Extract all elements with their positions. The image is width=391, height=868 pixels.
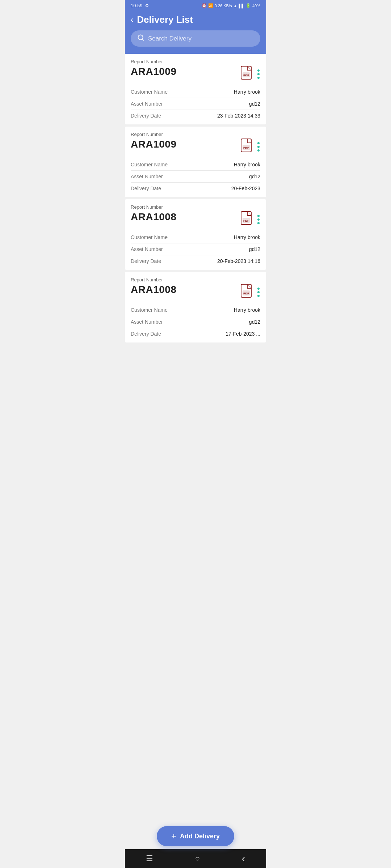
- search-input[interactable]: [148, 35, 254, 42]
- svg-line-1: [142, 39, 144, 41]
- customer-label: Customer Name: [131, 89, 168, 95]
- customer-row: Customer Name Harry brook: [131, 86, 260, 98]
- asset-row: Asset Number gd12: [131, 98, 260, 110]
- delivery-value: 20-Feb-2023 14:16: [217, 258, 260, 264]
- customer-label: Customer Name: [131, 307, 168, 313]
- delivery-row: Delivery Date 20-Feb-2023 14:16: [131, 255, 260, 267]
- delivery-label: Delivery Date: [131, 186, 161, 191]
- report-label: Report Number: [131, 204, 260, 210]
- asset-value: gd12: [249, 319, 260, 325]
- delivery-value: 17-Feb-2023 ...: [226, 331, 260, 337]
- asset-row: Asset Number gd12: [131, 243, 260, 255]
- customer-label: Customer Name: [131, 234, 168, 240]
- delivery-label: Delivery Date: [131, 113, 161, 119]
- back-button[interactable]: ‹: [131, 15, 133, 25]
- header: ‹ Delivery List: [125, 11, 266, 54]
- delivery-row: Delivery Date 20-Feb-2023: [131, 183, 260, 194]
- delivery-card: Report Number ARA1009 PDF: [125, 127, 266, 197]
- battery-icon: 🔋: [246, 3, 251, 8]
- report-number: ARA1008: [131, 284, 176, 295]
- customer-row: Customer Name Harry brook: [131, 231, 260, 243]
- svg-text:PDF: PDF: [243, 292, 249, 295]
- battery-percent: 40%: [252, 4, 260, 8]
- customer-value: Harry brook: [234, 234, 260, 240]
- asset-label: Asset Number: [131, 246, 163, 252]
- pdf-icon[interactable]: PDF: [241, 284, 254, 301]
- asset-row: Asset Number gd12: [131, 171, 260, 183]
- pdf-icon[interactable]: PDF: [241, 211, 254, 228]
- delivery-value: 23-Feb-2023 14:33: [217, 113, 260, 119]
- status-bar: 10:59 ⚙ ⏰ 📶 0.26 KB/s ▲ ▌▌ 🔋 40%: [125, 0, 266, 11]
- customer-value: Harry brook: [234, 89, 260, 95]
- svg-text:PDF: PDF: [243, 74, 249, 77]
- report-number: ARA1009: [131, 139, 176, 150]
- delivery-card: Report Number ARA1009 PDF: [125, 54, 266, 124]
- delivery-row: Delivery Date 17-Feb-2023 ...: [131, 328, 260, 340]
- asset-value: gd12: [249, 101, 260, 107]
- svg-text:PDF: PDF: [243, 146, 249, 150]
- customer-row: Customer Name Harry brook: [131, 304, 260, 316]
- network-speed: 0.26 KB/s: [215, 4, 232, 8]
- search-bar[interactable]: [131, 30, 260, 47]
- more-options-button[interactable]: [257, 141, 260, 153]
- customer-row: Customer Name Harry brook: [131, 159, 260, 171]
- delivery-row: Delivery Date 23-Feb-2023 14:33: [131, 110, 260, 122]
- cards-container: Report Number ARA1009 PDF: [125, 54, 266, 342]
- more-options-button[interactable]: [257, 286, 260, 298]
- alarm-icon: ⏰: [202, 3, 207, 8]
- asset-value: gd12: [249, 174, 260, 179]
- report-label: Report Number: [131, 59, 260, 64]
- report-number: ARA1008: [131, 211, 176, 223]
- signal-bars-icon: ▌▌: [239, 4, 244, 8]
- customer-value: Harry brook: [234, 307, 260, 313]
- pdf-icon[interactable]: PDF: [241, 139, 254, 155]
- customer-label: Customer Name: [131, 162, 168, 167]
- asset-label: Asset Number: [131, 101, 163, 107]
- asset-label: Asset Number: [131, 319, 163, 325]
- report-label: Report Number: [131, 132, 260, 137]
- asset-row: Asset Number gd12: [131, 316, 260, 328]
- svg-text:PDF: PDF: [243, 219, 249, 222]
- more-options-button[interactable]: [257, 68, 260, 80]
- more-options-button[interactable]: [257, 213, 260, 226]
- page-title: Delivery List: [137, 14, 193, 25]
- report-number: ARA1009: [131, 66, 176, 77]
- signal-icon: 📶: [208, 3, 213, 8]
- report-label: Report Number: [131, 277, 260, 282]
- delivery-label: Delivery Date: [131, 258, 161, 264]
- delivery-card: Report Number ARA1008 PDF: [125, 199, 266, 270]
- delivery-value: 20-Feb-2023: [231, 186, 260, 191]
- pdf-icon[interactable]: PDF: [241, 66, 254, 82]
- asset-value: gd12: [249, 246, 260, 252]
- customer-value: Harry brook: [234, 162, 260, 167]
- asset-label: Asset Number: [131, 174, 163, 179]
- search-icon: [137, 34, 144, 43]
- settings-icon: ⚙: [145, 3, 149, 8]
- delivery-label: Delivery Date: [131, 331, 161, 337]
- wifi-icon: ▲: [233, 4, 237, 8]
- status-time: 10:59: [131, 3, 143, 8]
- delivery-card: Report Number ARA1008 PDF: [125, 272, 266, 342]
